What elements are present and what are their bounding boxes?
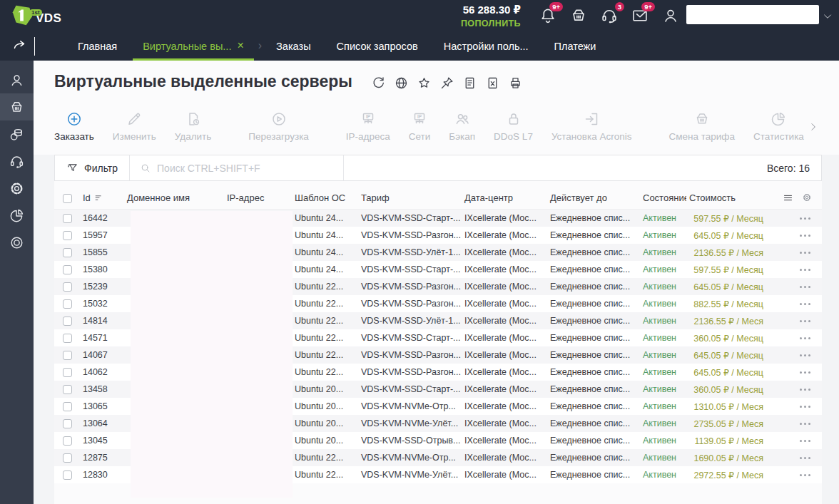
cell-os: Ubuntu 22... [292, 282, 358, 292]
pie-chart-icon [9, 207, 25, 224]
row-checkbox[interactable] [63, 402, 72, 411]
row-checkbox[interactable] [63, 265, 72, 274]
cell-tariff: VDS-KVM-SSD-Улёт-1... [358, 247, 462, 257]
cell-os: Ubuntu 22... [292, 470, 358, 480]
mail-button[interactable]: 9+ [631, 6, 649, 25]
table-settings-icon[interactable] [802, 192, 812, 202]
row-actions-menu[interactable] [798, 283, 812, 291]
filter-button[interactable]: Фильтр [55, 155, 130, 180]
redacted-account-name[interactable] [686, 5, 819, 24]
cell-os: Ubuntu 20... [292, 418, 358, 428]
row-actions-menu[interactable] [798, 351, 812, 359]
globe-icon[interactable] [394, 76, 409, 91]
basket-icon [9, 99, 25, 115]
tab[interactable]: Виртуальные вы... × [130, 31, 257, 61]
toolbar-scroll-right-icon[interactable] [808, 121, 819, 133]
row-checkbox[interactable] [63, 317, 72, 326]
sort-icon[interactable] [94, 193, 103, 202]
pin-icon[interactable] [439, 76, 454, 91]
account-chevron-down-icon[interactable] [822, 11, 833, 22]
column-header-valid-until[interactable]: Действует до [547, 192, 640, 203]
row-checkbox[interactable] [63, 385, 72, 394]
sidebar-item-statistics[interactable] [0, 202, 34, 229]
cell-tariff: VDS-KVM-SSD-Старт-... [358, 384, 462, 394]
row-actions-menu[interactable] [798, 437, 812, 445]
cart-button[interactable] [569, 6, 588, 25]
brand-logo[interactable]: 1st VDS [10, 4, 61, 28]
sidebar-item-finance[interactable] [0, 120, 34, 148]
tab[interactable]: Главная [65, 31, 130, 61]
row-actions-menu[interactable] [798, 215, 812, 222]
support-button[interactable]: 3 [600, 6, 619, 25]
row-actions-menu[interactable] [798, 403, 812, 411]
tab[interactable]: Заказы [263, 31, 323, 61]
profile-button[interactable] [661, 6, 680, 25]
row-checkbox[interactable] [63, 351, 72, 360]
row-actions-menu[interactable] [798, 266, 812, 274]
open-tabs: Главная Виртуальные вы... × › Заказы Спи… [65, 31, 609, 61]
column-header-datacenter[interactable]: Дата-центр [462, 192, 547, 203]
logo-leaf-icon [10, 4, 34, 28]
logo-1st-label: 1st [29, 9, 42, 16]
row-checkbox[interactable] [63, 368, 72, 377]
row-actions-menu[interactable] [798, 420, 812, 428]
cell-state: Активен [640, 316, 686, 326]
row-checkbox[interactable] [63, 282, 72, 292]
cell-valid-until: Ежедневное спис... [547, 453, 640, 463]
topup-button[interactable]: ПОПОЛНИТЬ [421, 19, 521, 29]
row-actions-menu[interactable] [798, 471, 812, 479]
cell-tariff: VDS-KVM-SSD-Старт-... [358, 333, 462, 343]
tab[interactable]: Настройки поль... [431, 31, 541, 61]
refresh-icon[interactable] [371, 76, 386, 91]
toolbar-button[interactable]: Заказать [54, 106, 94, 142]
cell-state: Активен [640, 247, 686, 257]
excel-export-icon[interactable] [485, 76, 500, 91]
column-header-state[interactable]: Состояние [640, 192, 686, 203]
collapse-menu-arrow-icon[interactable] [11, 37, 29, 54]
row-actions-menu[interactable] [798, 454, 812, 462]
sidebar-item-support[interactable] [0, 148, 34, 175]
row-checkbox[interactable] [63, 231, 72, 240]
row-actions-menu[interactable] [798, 386, 812, 394]
row-actions-menu[interactable] [798, 369, 812, 376]
document-list-icon[interactable] [462, 76, 477, 91]
cell-cost: 882.55 ₽ / Месяц [686, 299, 766, 309]
firstvds-panel: 1st VDS 56 288.30 ₽ ПОПОЛНИТЬ 9+ 3 9+ [0, 0, 839, 504]
column-header-domain[interactable]: Доменное имя [124, 192, 224, 203]
print-icon[interactable] [508, 76, 523, 91]
search-input[interactable] [157, 163, 321, 174]
sidebar-item-monitoring[interactable] [0, 229, 34, 256]
row-actions-menu[interactable] [798, 300, 812, 308]
row-actions-menu[interactable] [798, 249, 812, 257]
column-header-tariff[interactable]: Тариф [358, 192, 462, 203]
tab[interactable]: Список запросов [324, 31, 431, 61]
row-checkbox[interactable] [63, 436, 72, 446]
tab[interactable]: Платежи [541, 31, 609, 61]
row-checkbox[interactable] [63, 419, 72, 428]
column-header-ip[interactable]: IP-адрес [224, 192, 292, 203]
row-checkbox[interactable] [63, 214, 72, 223]
sidebar-item-products[interactable] [0, 93, 34, 120]
row-checkbox[interactable] [63, 299, 72, 309]
notifications-button[interactable]: 9+ [539, 6, 557, 25]
cell-state: Активен [640, 333, 686, 343]
row-checkbox[interactable] [63, 248, 72, 257]
docclock-icon [185, 110, 202, 128]
tab-close-icon[interactable]: × [237, 40, 243, 51]
row-actions-menu[interactable] [798, 334, 812, 342]
column-header-os[interactable]: Шаблон ОС [292, 192, 358, 203]
row-checkbox[interactable] [63, 334, 72, 343]
columns-menu-icon[interactable] [783, 192, 793, 203]
sidebar-item-clients[interactable] [0, 66, 34, 93]
row-checkbox[interactable] [63, 470, 72, 480]
star-icon[interactable] [417, 76, 432, 91]
row-actions-menu[interactable] [798, 317, 812, 325]
cell-valid-until: Ежедневное спис... [547, 299, 640, 309]
select-all-checkbox[interactable] [63, 194, 72, 203]
sidebar-item-settings[interactable] [0, 175, 34, 202]
row-checkbox[interactable] [63, 453, 72, 463]
cell-os: Ubuntu 20... [292, 384, 358, 394]
row-actions-menu[interactable] [798, 232, 812, 240]
column-header-cost[interactable]: Стоимость [686, 192, 766, 203]
cell-id: 14062 [80, 367, 124, 377]
